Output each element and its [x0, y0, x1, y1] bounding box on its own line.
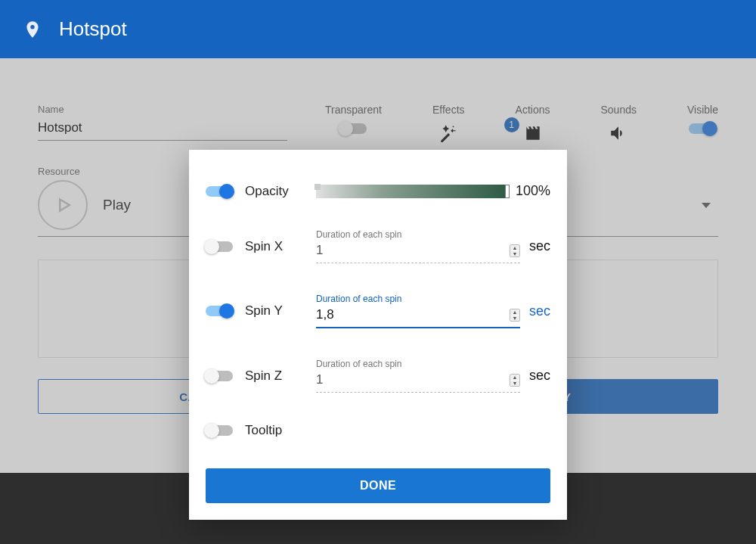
opacity-handle[interactable] — [505, 185, 510, 198]
spin-x-stepper[interactable]: ▲▼ — [510, 244, 520, 257]
opacity-label: Opacity — [245, 184, 304, 199]
spin-y-label: Spin Y — [245, 303, 304, 319]
done-button[interactable]: DONE — [206, 468, 550, 503]
opacity-value: 100% — [516, 183, 550, 199]
spin-y-unit: sec — [529, 303, 550, 319]
spin-x-label: Spin X — [245, 239, 304, 254]
pin-icon — [23, 20, 42, 39]
opacity-toggle[interactable] — [206, 186, 233, 197]
spin-z-toggle[interactable] — [206, 371, 233, 381]
spin-x-unit: sec — [529, 238, 550, 254]
spin-x-toggle[interactable] — [206, 241, 233, 252]
spin-z-unit: sec — [529, 368, 550, 384]
spin-z-duration-label: Duration of each spin — [316, 359, 520, 369]
tooltip-toggle[interactable] — [206, 425, 233, 436]
spin-x-duration-label: Duration of each spin — [316, 229, 520, 240]
tooltip-label: Tooltip — [245, 423, 304, 438]
spin-x-duration-input[interactable] — [316, 241, 503, 260]
effects-dialog: Opacity 100% Spin X Duration of each spi… — [189, 150, 567, 520]
spin-y-duration-input[interactable] — [316, 306, 503, 324]
spin-y-duration-label: Duration of each spin — [316, 294, 520, 304]
spin-y-toggle[interactable] — [206, 306, 233, 316]
spin-y-stepper[interactable]: ▲▼ — [510, 309, 520, 322]
spin-z-stepper[interactable]: ▲▼ — [510, 374, 520, 387]
opacity-slider[interactable] — [316, 185, 508, 198]
spin-z-label: Spin Z — [245, 368, 304, 384]
header-title: Hotspot — [59, 17, 127, 41]
header-bar: Hotspot — [0, 0, 756, 58]
spin-z-duration-input[interactable] — [316, 371, 503, 389]
